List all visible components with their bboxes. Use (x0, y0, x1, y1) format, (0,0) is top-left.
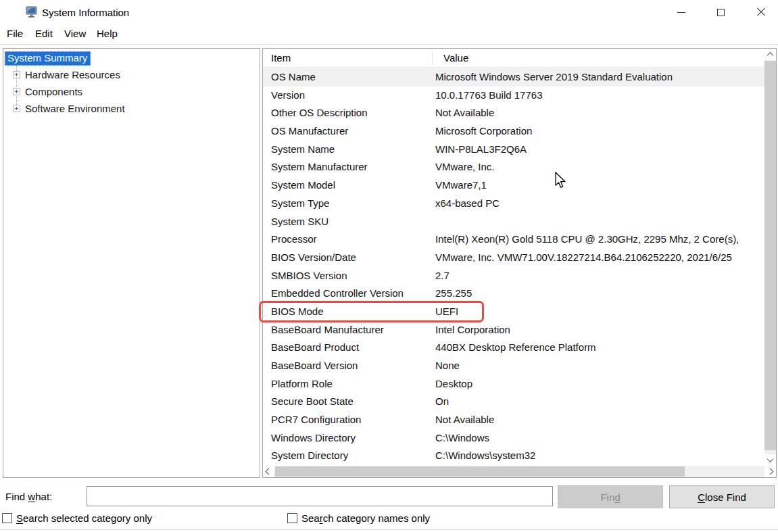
item-cell: Windows Directory (263, 429, 435, 448)
search-selected-category-checkbox[interactable] (2, 513, 12, 523)
search-category-names-checkbox[interactable] (287, 513, 297, 523)
menu-help[interactable]: Help (97, 28, 118, 39)
minimize-icon (677, 12, 685, 13)
column-header-value[interactable]: Value (443, 52, 468, 64)
item-cell: SMBIOS Version (263, 267, 435, 285)
button-text: lose Find (705, 491, 746, 503)
table-row[interactable]: Other OS Description Not Available (263, 104, 764, 122)
details-table-panel: Item Value OS Name Microsoft Windows Ser… (262, 48, 777, 478)
app-icon (26, 6, 38, 18)
table-row[interactable]: Secure Boot State On (263, 393, 764, 411)
value-cell: On (435, 393, 764, 411)
item-cell: BaseBoard Product (263, 339, 435, 357)
table-row[interactable]: Windows Directory C:\Windows (263, 429, 764, 448)
menu-view[interactable]: View (64, 28, 86, 39)
value-cell: 10.0.17763 Build 17763 (435, 87, 764, 105)
item-cell: System Type (263, 195, 435, 213)
table-row[interactable]: SMBIOS Version 2.7 (263, 267, 764, 285)
scroll-up-button[interactable] (764, 49, 776, 60)
table-row[interactable]: System Name WIN-P8LAL3F2Q6A (263, 141, 764, 159)
table-rows: OS Name Microsoft Windows Server 2019 St… (263, 68, 764, 466)
table-row[interactable]: OS Name Microsoft Windows Server 2019 St… (263, 68, 764, 87)
table-row[interactable]: OS Manufacturer Microsoft Corporation (263, 122, 764, 141)
table-row[interactable]: System Type x64-based PC (263, 195, 764, 213)
maximize-icon (717, 9, 725, 16)
horizontal-scrollbar[interactable] (263, 466, 776, 477)
button-mnemonic: C (698, 491, 705, 503)
table-header: Item Value (263, 49, 776, 68)
find-button[interactable]: Find (558, 485, 663, 508)
table-row[interactable]: Version 10.0.17763 Build 17763 (263, 87, 764, 105)
table-row[interactable]: System Directory C:\Windows\system32 (263, 447, 764, 465)
value-cell: Intel(R) Xeon(R) Gold 5118 CPU @ 2.30GHz… (435, 231, 764, 249)
table-row[interactable]: System Model VMware7,1 (263, 176, 764, 195)
tree-item-label: Hardware Resources (25, 69, 120, 80)
item-cell: Platform Role (263, 375, 435, 393)
table-row[interactable]: System Manufacturer VMware, Inc. (263, 158, 764, 176)
item-cell: Embedded Controller Version (263, 285, 435, 303)
close-find-button[interactable]: Close Find (669, 485, 775, 508)
table-row[interactable]: BaseBoard Version None (263, 357, 764, 375)
table-row[interactable]: PCR7 Configuration Not Available (263, 411, 764, 429)
minimize-button[interactable] (666, 0, 696, 24)
chevron-left-icon (266, 468, 272, 475)
item-cell: System Directory (263, 447, 435, 465)
tree-item-components[interactable]: Components (13, 85, 82, 97)
tree-item-label: Software Environment (25, 103, 125, 114)
table-row[interactable]: BIOS Version/Date VMware, Inc. VMW71.00V… (263, 249, 764, 267)
table-row[interactable]: Platform Role Desktop (263, 375, 764, 393)
chevron-down-icon (767, 456, 774, 462)
expand-plus-icon[interactable] (13, 71, 20, 78)
label-mnemonic: w (28, 491, 35, 502)
menu-bar: File Edit View Help (0, 24, 778, 45)
find-what-input[interactable] (87, 486, 553, 506)
expand-plus-icon[interactable] (13, 105, 20, 112)
menu-edit[interactable]: Edit (35, 28, 53, 39)
maximize-button[interactable] (706, 0, 736, 24)
window-title: System Information (42, 7, 129, 18)
table-row[interactable]: BaseBoard Manufacturer Intel Corporation (263, 321, 764, 339)
label-mnemonic: S (16, 512, 23, 524)
horizontal-scrollbar-thumb[interactable] (275, 466, 685, 477)
vertical-scrollbar-thumb[interactable] (764, 61, 776, 450)
scroll-right-button[interactable] (764, 466, 776, 477)
value-cell: VMware7,1 (435, 176, 764, 195)
window-bottom-edge (0, 529, 778, 530)
value-cell: Microsoft Windows Server 2019 Standard E… (435, 68, 764, 87)
value-cell: Not Available (435, 411, 764, 429)
expand-plus-icon[interactable] (13, 88, 20, 95)
item-cell: System Model (263, 176, 435, 195)
item-cell: OS Manufacturer (263, 122, 435, 141)
tree-item-software-environment[interactable]: Software Environment (13, 102, 125, 114)
value-cell: C:\Windows\system32 (435, 447, 764, 465)
tree-item-system-summary[interactable]: System Summary (5, 51, 91, 66)
system-information-window: System Information File Edit View Help S… (0, 0, 778, 532)
value-cell: WIN-P8LAL3F2Q6A (435, 141, 764, 159)
item-cell: System SKU (263, 213, 435, 231)
item-cell: BIOS Version/Date (263, 249, 435, 267)
value-cell: UEFI (435, 303, 764, 321)
close-button[interactable] (746, 0, 776, 24)
value-cell: 440BX Desktop Reference Platform (435, 339, 764, 357)
item-cell: Processor (263, 231, 435, 249)
table-row[interactable]: System SKU (263, 213, 764, 231)
table-row[interactable]: BIOS Mode UEFI (263, 303, 764, 321)
table-row[interactable]: BaseBoard Product 440BX Desktop Referenc… (263, 339, 764, 357)
table-row[interactable]: Embedded Controller Version 255.255 (263, 285, 764, 303)
scroll-down-button[interactable] (764, 454, 776, 466)
menu-file[interactable]: File (7, 28, 23, 39)
item-cell: Version (263, 87, 435, 105)
value-cell: Microsoft Corporation (435, 122, 764, 141)
scroll-left-button[interactable] (263, 466, 274, 477)
tree-item-hardware-resources[interactable]: Hardware Resources (13, 68, 120, 80)
vertical-scrollbar[interactable] (764, 49, 776, 466)
item-cell: Secure Boot State (263, 393, 435, 411)
label-text: ch category names only (323, 512, 430, 524)
title-bar[interactable]: System Information (0, 0, 778, 24)
column-header-item[interactable]: Item (271, 52, 291, 64)
column-divider[interactable] (432, 51, 433, 65)
table-row[interactable]: Processor Intel(R) Xeon(R) Gold 5118 CPU… (263, 231, 764, 249)
value-cell: Not Available (435, 104, 764, 122)
value-cell: None (435, 357, 764, 375)
item-cell: BaseBoard Version (263, 357, 435, 375)
